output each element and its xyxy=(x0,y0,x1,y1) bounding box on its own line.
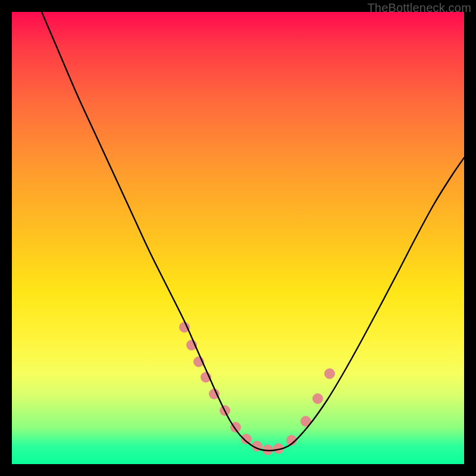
marker-dot xyxy=(312,393,323,404)
marker-dots xyxy=(179,322,335,455)
marker-dot xyxy=(324,368,335,379)
watermark-text: TheBottleneck.com xyxy=(367,1,471,15)
plot-area xyxy=(12,12,464,464)
chart-frame: TheBottleneck.com xyxy=(0,0,476,476)
marker-dot xyxy=(241,434,252,444)
curve-svg xyxy=(12,12,464,464)
bottleneck-curve xyxy=(42,12,464,450)
